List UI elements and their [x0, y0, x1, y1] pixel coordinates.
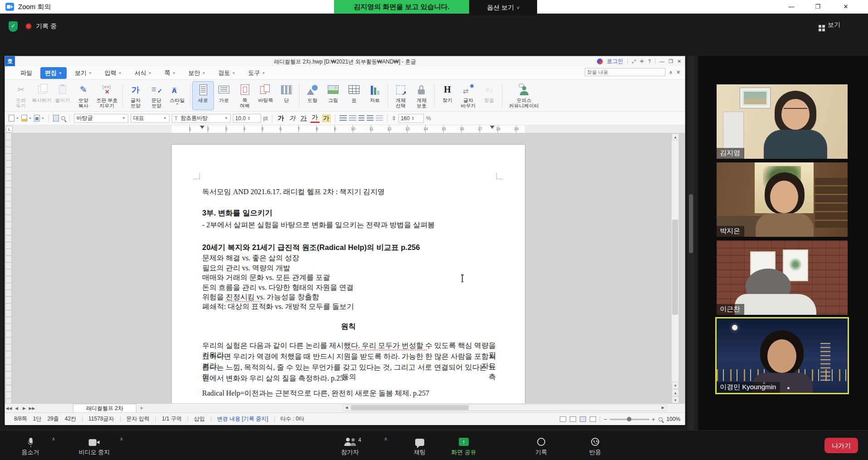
chat-button[interactable]: 채팅: [414, 434, 426, 456]
vertical-ruler[interactable]: [6, 133, 12, 403]
login-button[interactable]: 로그인: [607, 58, 623, 65]
scroll-left-button[interactable]: ◀: [343, 405, 350, 411]
share-view-scrollbar[interactable]: [688, 56, 694, 430]
zoom-lens-icon[interactable]: [659, 417, 663, 421]
scrollbar-thumb[interactable]: [672, 220, 678, 315]
scroll-up-button[interactable]: ▲: [672, 133, 679, 140]
master-page-button[interactable]: 바탕쪽: [255, 82, 276, 110]
video-options-chevron[interactable]: ∧: [120, 436, 123, 442]
line-spacing-stepper[interactable]: 160▲▼: [398, 114, 424, 123]
hwp-close-button[interactable]: ✕: [677, 59, 681, 64]
font-select[interactable]: T함초롬바탕▼: [172, 114, 231, 123]
align-center-button[interactable]: [359, 115, 364, 121]
new-document-icon[interactable]: [9, 115, 15, 122]
shapes-button[interactable]: 도형: [302, 82, 323, 110]
left-margin-marker[interactable]: [200, 126, 204, 129]
picture-button[interactable]: 그림: [323, 82, 344, 110]
menu-security[interactable]: 보안▼: [184, 67, 210, 79]
menu-review[interactable]: 검토▼: [214, 67, 240, 79]
minimize-button[interactable]: —: [781, 0, 802, 14]
zoom-slider[interactable]: − +: [604, 416, 655, 423]
last-tab-button[interactable]: ▶▶: [28, 406, 36, 411]
align-right-button[interactable]: [367, 115, 373, 121]
align-left-button[interactable]: [349, 115, 356, 121]
menu-view[interactable]: 보기▼: [70, 67, 97, 79]
stop-video-button[interactable]: 비디오 중지: [79, 434, 110, 456]
document-scrollbar-vertical[interactable]: ▲ ▼ ▲ ▼: [671, 133, 679, 403]
italic-button[interactable]: 가: [288, 114, 297, 122]
status-track-changes[interactable]: 변경 내용 [기록 중지]: [217, 415, 268, 423]
remove-marks-button[interactable]: [##]✕조판 부호 지우기: [94, 82, 120, 110]
cut-button[interactable]: ✂오려 두기: [10, 82, 31, 110]
prev-page-button[interactable]: ▲: [672, 389, 679, 396]
tab-type-selector[interactable]: L: [6, 126, 13, 132]
bold-button[interactable]: 가: [276, 114, 286, 122]
next-page-button[interactable]: ▼: [672, 396, 679, 403]
chart-button[interactable]: 차트: [364, 82, 385, 110]
view-mode-icon[interactable]: [580, 416, 586, 422]
participant-video[interactable]: 김지영: [717, 84, 848, 159]
status-input-mode[interactable]: 문자 입력: [126, 415, 150, 423]
status-insert-mode[interactable]: 삽입: [194, 415, 205, 423]
font-color-button[interactable]: 가: [310, 113, 320, 123]
columns-button[interactable]: 단: [276, 82, 297, 110]
page-margin-button[interactable]: 쪽 여백: [234, 82, 255, 110]
find-button[interactable]: H찾기: [437, 82, 458, 110]
copy-format-button[interactable]: ✎모양 복사: [73, 82, 94, 110]
zoom-out-icon[interactable]: −: [604, 416, 607, 423]
preview-icon[interactable]: [61, 116, 65, 120]
object-select-button[interactable]: 개체 선택: [390, 82, 411, 110]
search-prev-icon[interactable]: ∧: [669, 69, 673, 75]
hwp-minimize-button[interactable]: —: [659, 59, 664, 64]
fullscreen-icon[interactable]: ⤢: [632, 59, 636, 64]
first-tab-button[interactable]: ◀◀: [5, 406, 13, 411]
document-scrollbar-horizontal[interactable]: ◀ ▶: [343, 404, 667, 411]
share-scrollbar-thumb[interactable]: [689, 194, 693, 253]
menu-format[interactable]: 서식▼: [130, 67, 156, 79]
paste-button[interactable]: 붙이기: [52, 82, 73, 110]
mute-button[interactable]: 음소거: [22, 434, 39, 456]
menu-file[interactable]: 파일: [16, 67, 37, 79]
open-document-icon[interactable]: [21, 115, 27, 122]
save-icon[interactable]: [34, 115, 40, 122]
zoom-in-icon[interactable]: +: [652, 416, 655, 423]
menu-tools[interactable]: 도구▼: [243, 67, 270, 79]
mute-options-chevron[interactable]: ∧: [52, 436, 55, 442]
scroll-down-button[interactable]: ▼: [672, 382, 679, 389]
prev-tab-button[interactable]: ◀: [13, 406, 20, 411]
search-input[interactable]: [585, 68, 665, 76]
participants-options-chevron[interactable]: ∧: [384, 436, 388, 442]
sort-button[interactable]: ≡↓정렬: [479, 82, 499, 110]
participant-video-active-speaker[interactable]: 이경민 Kyoungmin: [717, 318, 848, 393]
right-margin-marker[interactable]: [490, 126, 495, 129]
view-mode-icon[interactable]: [570, 416, 576, 422]
copy-button[interactable]: 복사하기: [31, 82, 52, 110]
participant-video[interactable]: 이근찬: [717, 240, 848, 315]
zoom-slider-knob[interactable]: [627, 417, 631, 421]
portrait-button[interactable]: 세로: [193, 82, 213, 110]
view-layout-button[interactable]: 보기: [819, 21, 840, 32]
highlight-button[interactable]: 가: [322, 114, 331, 122]
object-protect-button[interactable]: 개체 보호: [411, 82, 432, 110]
style-button[interactable]: ≡A스타일▼: [167, 82, 188, 110]
replace-button[interactable]: ⇄✱글자 바꾸기: [458, 82, 479, 110]
scrollbar-thumb[interactable]: [351, 405, 469, 410]
close-button[interactable]: ✕: [835, 0, 856, 14]
align-distribute-button[interactable]: [376, 115, 383, 121]
align-justify-button[interactable]: [339, 115, 347, 121]
participants-button[interactable]: 4 참가자: [341, 434, 359, 456]
document-page[interactable]: 독서모임 AND 2021.6.17. 래디컬 헬프 2차 : 책지기 김지영 …: [172, 145, 525, 403]
new-tab-button[interactable]: +: [136, 405, 146, 411]
table-button[interactable]: 표: [344, 82, 364, 110]
window-size-icon[interactable]: ✛: [640, 59, 644, 64]
menu-page[interactable]: 쪽▼: [160, 67, 180, 79]
style-set-select[interactable]: 대표▼: [131, 114, 170, 123]
share-screen-button[interactable]: 화면 공유: [451, 434, 476, 456]
view-options-button[interactable]: 옵션 보기˅: [469, 0, 537, 15]
para-shape-button[interactable]: ≡✓문단 모양: [146, 82, 167, 110]
record-button[interactable]: 기록: [535, 434, 547, 456]
paragraph-style-select[interactable]: 바탕글▼: [74, 114, 128, 123]
view-mode-icon[interactable]: [560, 416, 566, 422]
office-communicator-button[interactable]: 오피스 커뮤니케이터: [504, 82, 543, 110]
menu-input[interactable]: 입력▼: [100, 67, 126, 79]
